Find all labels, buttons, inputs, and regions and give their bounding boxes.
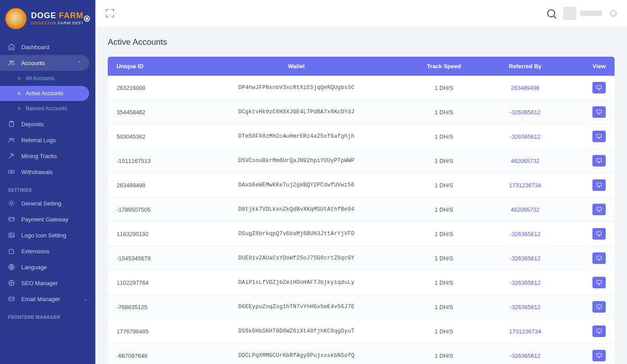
nav-label: Dashboard — [21, 44, 50, 50]
nav-item-deposits[interactable]: Deposits — [0, 116, 95, 132]
sidebar: DOGE FARM DOGECOIN FARM DEFI DashboardAc… — [0, 0, 95, 364]
nav-label: Mining Tracks — [21, 153, 57, 159]
referral-link[interactable]: 462065732 — [511, 206, 540, 213]
table-row: 1102297764DAiP1sLfVDZjbZeiHDoHAFTJbjkyiq… — [108, 271, 615, 295]
nav-item-logo-icon-setting[interactable]: Logo Icon Setting — [0, 227, 95, 243]
nav-item-active-accounts[interactable]: Active Accounts — [0, 86, 89, 101]
nav-item-seo-manager[interactable]: SEO Manager — [0, 275, 95, 291]
referral-link[interactable]: -326365612 — [510, 352, 541, 359]
svg-rect-10 — [9, 233, 14, 237]
world-icon — [8, 279, 15, 287]
chevron-up-icon: ⌃ — [78, 61, 81, 66]
referral-link[interactable]: -326365612 — [510, 255, 541, 262]
cell-unique-id: 1776796485 — [108, 319, 190, 344]
cell-unique-id: 263216008 — [108, 76, 190, 100]
topbar — [95, 0, 627, 27]
svg-rect-20 — [597, 207, 602, 210]
nav-item-mining-tracks[interactable]: Mining Tracks — [0, 148, 95, 164]
cash-icon — [8, 168, 15, 175]
cell-wallet: DS5k6HbSKHT8D6WZ6iXt48fjhKC9qgDyuT — [190, 319, 403, 344]
user-menu[interactable] — [563, 7, 602, 20]
referral-link[interactable]: -326365612 — [510, 279, 541, 286]
nav-label: Accounts — [21, 60, 45, 66]
status-icon[interactable] — [610, 10, 616, 16]
referral-link[interactable]: -326365612 — [510, 133, 541, 140]
table-row: -1511167513D5VCsnuBkrMm6UrQaJN92hpiYUUyP… — [108, 149, 615, 173]
referral-link[interactable]: 462065732 — [511, 158, 540, 164]
view-button[interactable] — [592, 301, 606, 313]
cell-unique-id: -1545345679 — [108, 246, 190, 271]
cell-track-speed: 1 DH/S — [403, 173, 485, 197]
nav-item-banned-accounts[interactable]: Banned Accounts — [0, 101, 95, 116]
nav-item-referral-logs[interactable]: Referral Logs — [0, 132, 95, 148]
nav-item-all-accounts[interactable]: All Accounts — [0, 71, 95, 86]
view-button[interactable] — [592, 204, 606, 215]
view-button[interactable] — [592, 82, 606, 93]
cell-view — [565, 197, 615, 222]
cell-track-speed: 1 DH/S — [403, 271, 485, 295]
cell-view — [565, 124, 615, 149]
view-button[interactable] — [592, 106, 606, 118]
bullet-icon — [18, 107, 20, 110]
svg-rect-24 — [597, 305, 602, 308]
image-icon — [8, 232, 15, 239]
table-row: 263489498DAxb6eWEMwKKeTuj2gkBQY2PCdwfUVw… — [108, 173, 615, 197]
home-icon — [8, 43, 15, 50]
referral-link[interactable]: 1731236734 — [509, 182, 541, 189]
view-button[interactable] — [592, 252, 606, 264]
cell-view — [565, 271, 615, 295]
nav-item-language[interactable]: Language — [0, 259, 95, 275]
view-button[interactable] — [592, 325, 606, 337]
svg-rect-26 — [597, 353, 602, 356]
cell-wallet: DTm58FX8zMH2cAuHmrERz4a25xf6afghjh — [190, 124, 403, 149]
bullet-icon — [18, 92, 20, 95]
cell-view — [565, 246, 615, 271]
people-icon — [8, 136, 15, 143]
nav-item-general-setting[interactable]: General Setting — [0, 195, 95, 211]
nav-section-title: SETTINGS — [0, 180, 95, 195]
search-icon[interactable] — [547, 9, 555, 17]
view-button[interactable] — [592, 228, 606, 240]
referral-link[interactable]: -326365612 — [510, 109, 541, 116]
svg-point-5 — [12, 138, 14, 140]
nav-item-extensions[interactable]: Extensions — [0, 243, 95, 259]
nav-section-title: FRONTEND MANAGER — [0, 307, 95, 322]
svg-rect-16 — [597, 110, 602, 113]
referral-link[interactable]: -326365612 — [510, 304, 541, 310]
cell-wallet: DCgktvHk9zC6HSXJGE4L7PdBA7x6KcDYdJ — [190, 100, 403, 124]
svg-rect-25 — [597, 329, 602, 332]
nav-item-payment-gateway[interactable]: Payment Gateway — [0, 211, 95, 227]
referral-link[interactable]: 1731236734 — [509, 328, 541, 335]
cell-referred-by: -326365612 — [485, 246, 565, 271]
table-row: -667097648DDCLPqXMMGCUrKbRfAgy9PujxsskbN… — [108, 344, 615, 364]
cell-unique-id: 1102297764 — [108, 271, 190, 295]
content: Active Accounts Unique ID Wallet Track S… — [95, 27, 627, 364]
cell-referred-by: 263489498 — [485, 76, 565, 100]
referral-link[interactable]: 263489498 — [511, 85, 540, 91]
cell-track-speed: 1 DH/S — [403, 222, 485, 246]
nav-label: Active Accounts — [26, 90, 63, 97]
svg-point-0 — [10, 61, 12, 62]
cell-referred-by: -326365612 — [485, 271, 565, 295]
sidebar-collapse-toggle[interactable] — [84, 15, 90, 22]
view-button[interactable] — [592, 179, 606, 191]
view-button[interactable] — [592, 277, 606, 288]
referral-link[interactable]: -326365612 — [510, 231, 541, 237]
avatar — [563, 7, 576, 20]
view-button[interactable] — [592, 131, 606, 142]
fullscreen-toggle-icon[interactable] — [106, 9, 114, 17]
cell-view — [565, 76, 615, 100]
svg-rect-23 — [597, 280, 602, 283]
cell-view — [565, 100, 615, 124]
view-button[interactable] — [592, 350, 606, 361]
view-button[interactable] — [592, 155, 606, 167]
cell-referred-by: -326365612 — [485, 295, 565, 319]
cell-view — [565, 319, 615, 344]
nav-item-accounts[interactable]: Accounts⌃ — [0, 55, 89, 71]
svg-rect-17 — [597, 134, 602, 137]
nav-item-email-manager[interactable]: Email Manager⌄ — [0, 291, 95, 307]
nav-item-dashboard[interactable]: Dashboard — [0, 39, 95, 55]
nav-item-withdrawals[interactable]: Withdrawals — [0, 164, 95, 180]
cell-track-speed: 1 DH/S — [403, 246, 485, 271]
cell-view — [565, 344, 615, 364]
